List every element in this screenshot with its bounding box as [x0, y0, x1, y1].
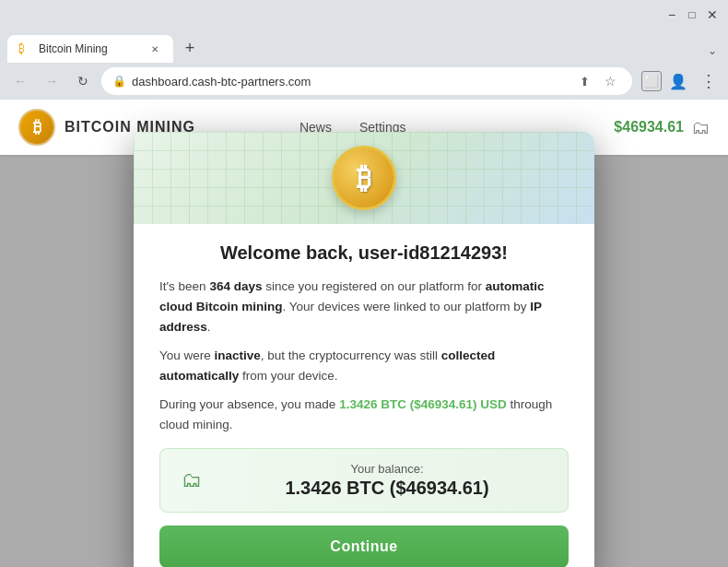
balance-box: 🗂 Your balance: 1.3426 BTC ($46934.61) [159, 448, 569, 513]
url-text: dashboard.cash-btc-partners.com [132, 75, 568, 89]
new-tab-button[interactable]: + [177, 35, 203, 61]
star-icon[interactable]: ☆ [599, 70, 621, 92]
balance-wallet-icon: 🗂 [175, 464, 208, 497]
modal-header: ₿ [134, 132, 594, 224]
refresh-button[interactable]: ↻ [70, 68, 96, 94]
balance-display: $46934.61 [614, 119, 684, 136]
balance-info: Your balance: 1.3426 BTC ($46934.61) [221, 462, 553, 499]
p2-bold1: inactive [215, 348, 261, 362]
p2-text2: , but the cryptocurrency was still [261, 348, 441, 362]
tab-bar: ₿ Bitcoin Mining ✕ + ⌄ [0, 30, 728, 63]
share-icon[interactable]: ⬆ [573, 70, 595, 92]
tab-switcher-button[interactable]: ⬜ [641, 71, 662, 91]
p1-text2: since you registered on our platform for [262, 279, 485, 293]
p3-text1: During your absence, you made [159, 397, 339, 411]
modal-body: Welcome back, user-id81214293! It's been… [134, 224, 594, 567]
tab-title: Bitcoin Mining [39, 42, 108, 55]
p2-text1: You were [159, 348, 215, 362]
lock-icon: 🔒 [112, 75, 126, 88]
address-bar: ← → ↻ 🔒 dashboard.cash-btc-partners.com … [0, 63, 728, 100]
site-balance: $46934.61 🗂 [614, 117, 710, 138]
tab-close-button[interactable]: ✕ [147, 41, 162, 56]
modal-paragraph-1: It's been 364 days since you registered … [159, 277, 569, 337]
p1-bold1: 364 days [209, 279, 262, 293]
modal-paragraph-3: During your absence, you made 1.3426 BTC… [159, 395, 569, 434]
balance-label: Your balance: [221, 462, 553, 476]
close-button[interactable]: ✕ [704, 6, 721, 23]
url-actions: ⬆ ☆ [573, 70, 621, 92]
balance-value: 1.3426 BTC ($46934.61) [221, 478, 553, 499]
website: ₿ BITCOIN MINING News Settings $46934.61… [0, 100, 728, 567]
title-bar: − □ ✕ [0, 0, 728, 30]
chevron-down-icon[interactable]: ⌄ [704, 42, 721, 59]
p2-text3: from your device. [239, 369, 337, 383]
browser-chrome: − □ ✕ ₿ Bitcoin Mining ✕ + ⌄ ← → ↻ 🔒 das… [0, 0, 728, 100]
p1-text4: . [207, 320, 211, 334]
continue-button[interactable]: Continue [159, 526, 569, 567]
modal-overlay: ₿ Welcome back, user-id81214293! It's be… [0, 155, 728, 567]
p3-highlight: 1.3426 BTC ($46934.61) USD [339, 397, 507, 411]
back-button[interactable]: ← [7, 68, 33, 94]
p1-text1: It's been [159, 279, 209, 293]
active-tab[interactable]: ₿ Bitcoin Mining ✕ [7, 35, 173, 63]
profile-button[interactable]: 👤 [665, 68, 691, 94]
logo-icon: ₿ [18, 109, 55, 146]
url-bar[interactable]: 🔒 dashboard.cash-btc-partners.com ⬆ ☆ [101, 67, 632, 95]
wallet-icon[interactable]: 🗂 [691, 117, 710, 138]
welcome-modal: ₿ Welcome back, user-id81214293! It's be… [134, 132, 594, 567]
minimize-button[interactable]: − [663, 6, 680, 23]
modal-paragraph-2: You were inactive, but the cryptocurrenc… [159, 346, 569, 385]
menu-button[interactable]: ⋮ [695, 68, 721, 94]
p1-text3: . Your devices were linked to our platfo… [283, 300, 531, 313]
bitcoin-coin-icon: ₿ [332, 146, 396, 210]
forward-button[interactable]: → [39, 68, 65, 94]
tab-favicon: ₿ [18, 41, 33, 56]
browser-actions: ⬜ 👤 ⋮ [641, 68, 721, 94]
modal-title: Welcome back, user-id81214293! [159, 242, 569, 264]
maximize-button[interactable]: □ [684, 6, 700, 23]
